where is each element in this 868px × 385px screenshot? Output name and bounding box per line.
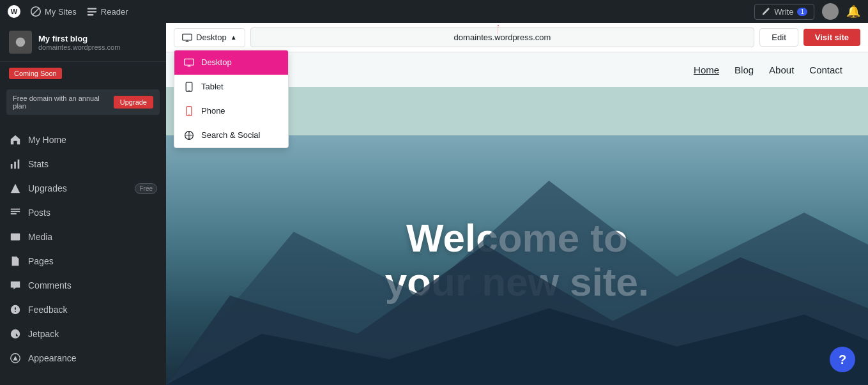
visit-site-button[interactable]: Visit site bbox=[803, 29, 860, 46]
sidebar-item-feedback[interactable]: Feedback bbox=[0, 298, 166, 322]
main-layout: My first blog domaintes.wordpress.com Co… bbox=[0, 23, 868, 385]
pages-icon bbox=[9, 255, 22, 268]
sidebar-item-posts[interactable]: Posts bbox=[0, 200, 166, 225]
my-sites-icon bbox=[31, 6, 41, 17]
write-button[interactable]: Write 1 bbox=[754, 4, 814, 20]
coming-soon-bar: Coming Soon bbox=[0, 62, 166, 84]
write-label: Write bbox=[774, 7, 793, 17]
reader-link[interactable]: Reader bbox=[87, 6, 128, 17]
chevron-up-icon: ▲ bbox=[231, 34, 237, 41]
feedback-label: Feedback bbox=[28, 305, 157, 315]
sidebar-item-appearance[interactable]: Appearance bbox=[0, 346, 166, 370]
stats-label: Stats bbox=[28, 159, 157, 169]
upgrade-button[interactable]: Upgrade bbox=[114, 96, 153, 109]
hero-section: Welcome to your new site. bbox=[166, 135, 868, 385]
comments-icon bbox=[9, 279, 22, 292]
sidebar-item-my-home[interactable]: My Home bbox=[0, 128, 166, 152]
reader-label: Reader bbox=[101, 7, 128, 17]
edit-button[interactable]: Edit bbox=[759, 28, 798, 47]
svg-rect-13 bbox=[185, 59, 194, 65]
device-option-phone[interactable]: Phone bbox=[174, 99, 288, 123]
sidebar-subitem-themes[interactable]: Themes bbox=[0, 378, 166, 385]
my-sites-link[interactable]: My Sites bbox=[31, 6, 77, 17]
device-option-desktop[interactable]: Desktop bbox=[174, 50, 288, 75]
site-header: My first blog domaintes.wordpress.com bbox=[0, 23, 166, 62]
nav-link-blog[interactable]: Blog bbox=[735, 64, 754, 75]
svg-rect-9 bbox=[11, 234, 20, 241]
phone-opt-icon bbox=[183, 105, 195, 117]
svg-rect-1 bbox=[88, 11, 96, 12]
posts-icon bbox=[9, 206, 22, 219]
sidebar-item-pages[interactable]: Pages bbox=[0, 249, 166, 273]
tablet-option-label: Tablet bbox=[201, 82, 224, 91]
svg-point-17 bbox=[188, 114, 189, 114]
jetpack-icon bbox=[9, 328, 22, 340]
appearance-label: Appearance bbox=[28, 353, 157, 363]
url-bar[interactable] bbox=[250, 27, 755, 47]
upgrades-free-badge: Free bbox=[135, 183, 157, 194]
media-label: Media bbox=[28, 232, 157, 242]
device-dropdown: Desktop Tablet Phone bbox=[174, 50, 289, 148]
upgrade-text: Free domain with an annual plan bbox=[13, 94, 114, 110]
stats-icon bbox=[9, 158, 22, 170]
posts-label: Posts bbox=[28, 208, 157, 218]
site-url: domaintes.wordpress.com bbox=[38, 43, 157, 51]
svg-rect-5 bbox=[18, 160, 20, 169]
home-icon bbox=[9, 133, 22, 146]
svg-point-10 bbox=[13, 235, 15, 237]
wordpress-logo[interactable]: W bbox=[8, 5, 20, 18]
upgrades-label: Upgrades bbox=[28, 183, 128, 193]
device-selector: Desktop ▲ Desktop Table bbox=[174, 28, 245, 47]
svg-rect-12 bbox=[183, 34, 192, 40]
sidebar-item-jetpack[interactable]: Jetpack bbox=[0, 322, 166, 346]
sidebar: My first blog domaintes.wordpress.com Co… bbox=[0, 23, 166, 385]
my-sites-label: My Sites bbox=[45, 7, 77, 17]
device-option-tablet[interactable]: Tablet bbox=[174, 75, 288, 99]
content-area: Desktop ▲ Desktop Table bbox=[166, 23, 868, 385]
desktop-opt-icon bbox=[183, 57, 195, 68]
top-bar: W My Sites Reader Write 1 🔔 bbox=[0, 0, 868, 23]
upgrade-banner: Free domain with an annual plan Upgrade bbox=[6, 89, 160, 115]
svg-rect-8 bbox=[11, 213, 17, 215]
svg-rect-0 bbox=[88, 8, 96, 9]
svg-rect-6 bbox=[11, 209, 20, 210]
svg-rect-2 bbox=[88, 14, 94, 15]
upgrades-icon bbox=[9, 182, 22, 195]
desktop-icon bbox=[182, 33, 192, 43]
sidebar-item-comments[interactable]: Comments bbox=[0, 273, 166, 298]
notifications-icon[interactable]: 🔔 bbox=[846, 4, 860, 19]
nav-link-home[interactable]: Home bbox=[694, 64, 719, 75]
my-home-label: My Home bbox=[28, 135, 157, 145]
phone-option-label: Phone bbox=[201, 106, 225, 116]
desktop-option-label: Desktop bbox=[201, 57, 232, 67]
device-option-search-social[interactable]: Search & Social bbox=[174, 123, 288, 147]
svg-point-15 bbox=[188, 89, 189, 90]
tablet-opt-icon bbox=[183, 81, 195, 93]
top-bar-right: Write 1 🔔 bbox=[754, 3, 860, 20]
sidebar-item-stats[interactable]: Stats bbox=[0, 152, 166, 176]
svg-rect-7 bbox=[11, 211, 20, 212]
site-name: My first blog bbox=[38, 34, 157, 43]
top-bar-left: W My Sites Reader bbox=[8, 5, 128, 18]
site-info: My first blog domaintes.wordpress.com bbox=[38, 34, 157, 51]
coming-soon-badge: Coming Soon bbox=[9, 68, 62, 79]
svg-rect-4 bbox=[14, 162, 16, 169]
device-label: Desktop bbox=[196, 33, 227, 42]
pages-label: Pages bbox=[28, 256, 157, 266]
user-avatar[interactable] bbox=[822, 3, 839, 20]
write-icon bbox=[761, 7, 770, 16]
sidebar-item-upgrades[interactable]: Upgrades Free bbox=[0, 176, 166, 200]
sidebar-item-media[interactable]: Media bbox=[0, 225, 166, 249]
nav-link-about[interactable]: About bbox=[769, 64, 794, 75]
help-button[interactable]: ? bbox=[830, 347, 855, 372]
wp-logo-icon: W bbox=[8, 5, 20, 18]
device-selector-button[interactable]: Desktop ▲ bbox=[174, 28, 245, 47]
reader-icon bbox=[87, 6, 97, 17]
search-social-option-label: Search & Social bbox=[201, 130, 261, 140]
search-social-opt-icon bbox=[183, 130, 195, 141]
jetpack-label: Jetpack bbox=[28, 329, 157, 339]
appearance-icon bbox=[9, 352, 22, 365]
nav-link-contact[interactable]: Contact bbox=[809, 64, 842, 75]
comments-label: Comments bbox=[28, 280, 157, 291]
write-badge: 1 bbox=[797, 8, 807, 16]
